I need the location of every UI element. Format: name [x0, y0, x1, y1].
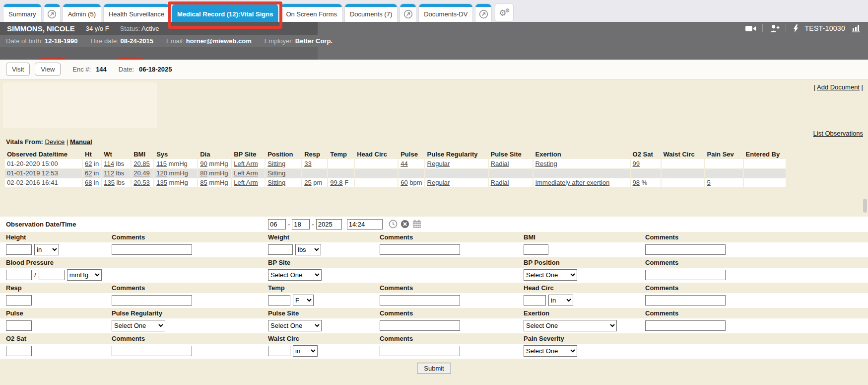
vitals-value-link[interactable]: 25 — [304, 179, 311, 186]
vitals-value-link[interactable]: 80 — [200, 169, 207, 177]
vitals-value-link[interactable]: 44 — [401, 160, 407, 167]
tab-medical-record-vital-signs[interactable]: Medical Record (12):Vital Signs — [172, 3, 278, 22]
obs-month-input[interactable] — [268, 219, 286, 230]
tab-admin[interactable]: Admin (5) — [63, 3, 101, 22]
vitals-value-link[interactable]: 20.85 — [134, 160, 150, 167]
scrollbar-thumb[interactable] — [863, 199, 867, 213]
submit-button[interactable]: Submit — [417, 363, 451, 374]
view-button[interactable]: View — [35, 63, 61, 76]
vitals-value-link[interactable]: Sitting — [267, 169, 285, 177]
height-unit-select[interactable]: in — [34, 244, 59, 255]
clear-date-icon[interactable] — [401, 220, 409, 229]
vitals-value-link[interactable]: Resting — [535, 160, 557, 167]
pulse-input[interactable] — [6, 320, 32, 331]
waist-circ-unit-select[interactable]: in — [293, 345, 318, 357]
vitals-value-link[interactable]: Left Arm — [234, 160, 258, 167]
vitals-value-link[interactable]: Left Arm — [234, 179, 258, 186]
height-comments-input[interactable] — [112, 244, 192, 255]
vitals-value-link[interactable]: Sitting — [267, 160, 285, 167]
tab-on-screen-forms[interactable]: On Screen Forms — [280, 3, 342, 22]
weight-label: Weight — [268, 233, 380, 241]
bp-diastolic-input[interactable] — [39, 270, 65, 280]
vitals-value-link[interactable]: 85 — [200, 179, 207, 186]
tab-documents-popout[interactable] — [400, 3, 416, 22]
resp-comments-input[interactable] — [112, 295, 192, 306]
tab-summary[interactable]: Summary — [3, 3, 42, 22]
vitals-value-link[interactable]: 99.8 — [330, 179, 342, 186]
pulse-comments-input[interactable] — [380, 320, 460, 331]
vitals-value-link[interactable]: 62 — [85, 169, 92, 177]
vitals-value-link[interactable]: Radial — [491, 160, 509, 167]
vitals-value-link[interactable]: 114 — [104, 160, 114, 167]
lightning-bolt-icon[interactable] — [793, 24, 799, 33]
vitals-value-link[interactable]: 60 — [401, 179, 407, 186]
vitals-value-link[interactable]: 135 — [104, 179, 115, 186]
bmi-comments-input[interactable] — [645, 244, 726, 255]
video-camera-icon[interactable] — [745, 25, 756, 32]
manual-link[interactable]: Manual — [70, 138, 92, 146]
bmi-input[interactable] — [524, 244, 548, 255]
vitals-value-link[interactable]: 135 — [156, 179, 167, 186]
flowsheet-chart-icon[interactable] — [852, 24, 861, 32]
bp-site-select[interactable]: Select One — [268, 269, 322, 281]
vitals-value-link[interactable]: 68 — [85, 179, 92, 186]
exertion-comments-input[interactable] — [645, 320, 726, 331]
bp-unit-select[interactable]: mmHg — [67, 269, 102, 281]
pulse-site-select[interactable]: Select One — [268, 320, 322, 331]
resp-input[interactable] — [6, 295, 32, 306]
vitals-value-link[interactable]: 62 — [85, 160, 92, 167]
calendar-icon[interactable] — [412, 220, 421, 229]
vitals-value-link[interactable]: 90 — [200, 160, 207, 167]
vitals-value-link[interactable]: 20.49 — [134, 169, 150, 177]
tab-documents-dv-popout[interactable] — [475, 3, 492, 22]
vitals-value-link[interactable]: Regular — [427, 179, 450, 186]
bp-systolic-input[interactable] — [6, 270, 32, 280]
head-circ-comments-input[interactable] — [645, 295, 726, 306]
exertion-select[interactable]: Select One — [524, 320, 617, 331]
vitals-value-link[interactable]: 99 — [633, 160, 640, 167]
vitals-value-link[interactable]: 112 — [104, 169, 114, 177]
obs-day-input[interactable] — [292, 219, 310, 230]
head-circ-input[interactable] — [524, 295, 546, 306]
vitals-value-link[interactable]: 115 — [156, 160, 167, 167]
vitals-value-link[interactable]: 20.53 — [134, 179, 150, 186]
weight-comments-input[interactable] — [380, 244, 460, 255]
temp-input[interactable] — [268, 295, 290, 306]
tab-health-surveillance[interactable]: Health Surveillance — [103, 3, 170, 22]
pulse-regularity-select[interactable]: Select One — [112, 320, 165, 331]
vitals-value-link[interactable]: Left Arm — [234, 169, 258, 177]
pain-severity-select[interactable]: Select One — [524, 345, 577, 357]
vitals-value-link[interactable]: Regular — [427, 160, 450, 167]
settings-button[interactable]: ⚙⚙ — [495, 3, 514, 22]
obs-time-input[interactable] — [347, 219, 383, 230]
vitals-value-link[interactable]: 120 — [156, 169, 167, 177]
clock-icon[interactable] — [389, 220, 398, 229]
vitals-value-link[interactable]: 5 — [707, 179, 711, 186]
list-observations-link[interactable]: List Observations — [813, 130, 863, 137]
bp-position-select[interactable]: Select One — [524, 269, 577, 281]
vitals-value-link[interactable]: 98 — [633, 179, 640, 186]
vitals-value-link[interactable]: Immediately after exertion — [535, 179, 610, 186]
waist-circ-input[interactable] — [268, 346, 290, 356]
vitals-value-link[interactable]: Sitting — [267, 179, 285, 186]
o2-sat-input[interactable] — [6, 346, 32, 356]
tab-documents[interactable]: Documents (7) — [344, 3, 398, 22]
weight-input[interactable] — [268, 244, 293, 255]
head-circ-unit-select[interactable]: in — [548, 295, 573, 306]
tab-summary-popout[interactable] — [44, 3, 61, 22]
temp-unit-select[interactable]: F — [293, 295, 314, 306]
height-input[interactable] — [6, 244, 32, 255]
add-user-icon[interactable] — [770, 24, 780, 33]
o2-sat-comments-input[interactable] — [112, 346, 192, 356]
tab-documents-dv[interactable]: Documents-DV — [418, 3, 473, 22]
visit-button[interactable]: Visit — [6, 63, 30, 76]
vitals-value-link[interactable]: Radial — [491, 179, 509, 186]
temp-comments-input[interactable] — [380, 295, 460, 306]
waist-circ-comments-input[interactable] — [380, 346, 460, 356]
bp-comments-input[interactable] — [645, 270, 726, 280]
vitals-value-link[interactable]: 33 — [304, 160, 311, 167]
device-link[interactable]: Device — [45, 138, 65, 146]
weight-unit-select[interactable]: lbs — [295, 244, 321, 255]
add-document-link[interactable]: Add Document — [817, 83, 860, 91]
obs-year-input[interactable] — [316, 219, 342, 230]
